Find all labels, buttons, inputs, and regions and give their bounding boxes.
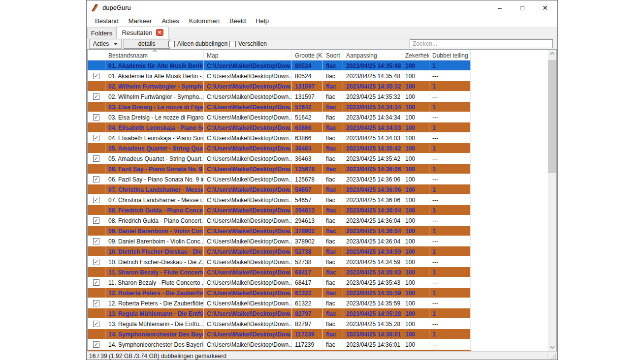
maximize-button[interactable]: □ [511,0,534,15]
row-check-cell[interactable] [88,205,105,215]
row-check-cell[interactable] [88,308,105,318]
row-check-cell[interactable]: ✓ [88,71,105,81]
table-row[interactable]: 12. Roberta Peters - Die Zauberflöt... C… [88,288,471,298]
tab-close-icon[interactable]: ✕ [156,29,163,36]
vertical-scrollbar[interactable] [548,50,556,351]
checkbox-unchecked-icon[interactable] [229,41,236,47]
header-grootte[interactable]: Grootte (K [292,50,323,60]
header-bestandsnaam[interactable]: Bestandsnaam [105,50,204,60]
header-checkbox-column[interactable] [88,50,105,60]
table-row[interactable]: 02. Wilhelm Furtwängler - Sympho... C:\U… [88,81,471,91]
table-row[interactable]: 08. Friedrich Gulda - Piano Concert... C… [88,205,471,215]
menu-kolommen[interactable]: Kolommen [184,16,225,26]
row-check-cell[interactable]: ✓ [88,133,105,143]
header-soort[interactable]: Soort [323,50,343,60]
table-row[interactable]: 09. Daniel Barenboim - Violin Conc... C:… [88,226,471,236]
table-row[interactable]: 14. Symphonieorchester Des Bayeri... C:\… [88,329,471,339]
row-check-cell[interactable] [88,246,105,256]
close-button[interactable]: ✕ [534,0,556,15]
row-checkbox[interactable]: ✓ [93,197,99,203]
row-check-cell[interactable] [88,81,105,91]
header-map[interactable]: Map [204,50,292,60]
table-row[interactable]: ✓ 09. Daniel Barenboim - Violin Conc... … [88,236,471,246]
menu-markeer[interactable]: Markeer [124,16,157,26]
table-row[interactable]: ✓ 05. Amadeus Quartet - String Quart... … [88,153,471,164]
header-zekerheid[interactable]: Zekerheid [402,50,429,60]
table-row[interactable]: ✓ 14. Symphonieorchester Des Bayeris... … [88,339,471,350]
row-check-cell[interactable]: ✓ [88,257,105,267]
row-check-cell[interactable]: ✓ [88,298,105,308]
row-check-cell[interactable] [88,288,105,298]
table-row[interactable]: ✓ 08. Friedrich Gulda - Piano Concert...… [88,215,471,226]
row-check-cell[interactable] [88,143,105,153]
row-checkbox[interactable]: ✓ [93,279,99,286]
title-bar[interactable]: dupeGuru – □ ✕ [87,0,557,15]
row-check-cell[interactable]: ✓ [88,236,105,246]
row-checkbox[interactable]: ✓ [93,217,99,224]
actions-dropdown-button[interactable]: Acties [89,39,122,49]
table-row[interactable]: ✓ 11. Sharon Bezaly - Flute Concerto ...… [88,277,471,288]
menu-beeld[interactable]: Beeld [225,16,251,26]
row-checkbox[interactable]: ✓ [93,176,99,182]
resize-grip[interactable] [555,358,556,359]
menu-help[interactable]: Help [251,16,274,26]
row-checkbox[interactable]: ✓ [93,114,99,121]
row-check-cell[interactable]: ✓ [88,319,105,329]
tab-resultaten[interactable]: Resultaten ✕ [116,27,169,38]
table-row[interactable]: ✓ 12. Roberta Peters - Die Zauberflöte..… [88,298,471,308]
table-row[interactable]: 03. Elsa Dreisig - Le nozze di Figaro...… [88,102,471,112]
row-checkbox[interactable]: ✓ [93,73,99,79]
table-row[interactable]: 01. Akademie für Alte Musik Berlin... C:… [88,60,471,71]
menu-bestand[interactable]: Bestand [90,16,124,26]
row-checkbox[interactable]: ✓ [93,155,99,162]
row-check-cell[interactable] [88,122,105,132]
header-dubbel-telling[interactable]: Dubbel telling [429,50,471,60]
table-row[interactable]: ✓ 10. Dietrich Fischer-Dieskau - Die Z..… [88,257,471,267]
row-check-cell[interactable] [88,60,105,70]
row-checkbox[interactable]: ✓ [93,259,99,265]
row-check-cell[interactable]: ✓ [88,153,105,163]
row-checkbox[interactable]: ✓ [93,135,99,141]
row-check-cell[interactable] [88,164,105,174]
row-checkbox[interactable]: ✓ [93,300,99,306]
table-row[interactable]: ✓ 04. Elisabeth Leonskaja - Piano Son...… [88,133,471,143]
table-row[interactable]: 13. Regula Mühlemann - Die Entfü... C:\U… [88,308,471,319]
row-checkbox[interactable]: ✓ [93,341,99,348]
row-check-cell[interactable]: ✓ [88,112,105,122]
table-row[interactable]: 10. Dietrich Fischer-Dieskau - Die Z... … [88,246,471,257]
table-row[interactable]: 07. Christina Landshamer - Messe i... C:… [88,184,471,195]
row-checkbox[interactable]: ✓ [93,238,99,244]
differences-checkbox[interactable]: Verschillen [229,40,267,48]
row-check-cell[interactable]: ✓ [88,215,105,225]
row-check-cell[interactable]: ✓ [88,277,105,287]
row-checkbox[interactable]: ✓ [93,93,99,100]
row-check-cell[interactable] [88,267,105,277]
table-row[interactable]: ✓ 03. Elsa Dreisig - Le nozze di Figaro,… [88,112,471,122]
row-check-cell[interactable] [88,102,105,112]
row-check-cell[interactable] [88,329,105,339]
table-row[interactable]: ✓ 02. Wilhelm Furtwängler - Sympho... C:… [88,91,471,102]
row-check-cell[interactable]: ✓ [88,174,105,184]
minimize-button[interactable]: – [488,0,511,15]
row-check-cell[interactable]: ✓ [88,339,105,349]
table-row[interactable]: 05. Amadeus Quartet - String Quart... C:… [88,143,471,153]
table-row[interactable]: ✓ 01. Akademie für Alte Musik Berlin -..… [88,71,471,81]
table-row[interactable]: 11. Sharon Bezaly - Flute Concerto ... C… [88,267,471,277]
scroll-down-button[interactable] [548,343,556,351]
row-check-cell[interactable] [88,226,105,236]
header-aanpassing[interactable]: Aanpassing [343,50,402,60]
row-checkbox[interactable]: ✓ [93,321,99,327]
menu-acties[interactable]: Acties [157,16,184,26]
row-check-cell[interactable]: ✓ [88,195,105,205]
table-row[interactable]: ✓ 07. Christina Landshamer - Messe i... … [88,195,471,205]
scroll-up-button[interactable] [548,50,556,58]
table-row[interactable]: ✓ 13. Regula Mühlemann - Die Entfü... C:… [88,319,471,329]
scrollbar-thumb[interactable] [548,60,556,173]
search-input[interactable] [410,39,553,48]
table-row[interactable]: 04. Elisabeth Leonskaja - Piano So... C:… [88,122,471,133]
checkbox-unchecked-icon[interactable] [168,41,175,47]
table-row[interactable]: 06. Fazil Say - Piano Sonata No. 9 i... … [88,164,471,174]
table-row[interactable]: ✓ 06. Fazil Say - Piano Sonata No. 9 in.… [88,174,471,184]
tab-folders[interactable]: Folders [87,28,116,38]
details-button[interactable]: details [124,39,170,49]
